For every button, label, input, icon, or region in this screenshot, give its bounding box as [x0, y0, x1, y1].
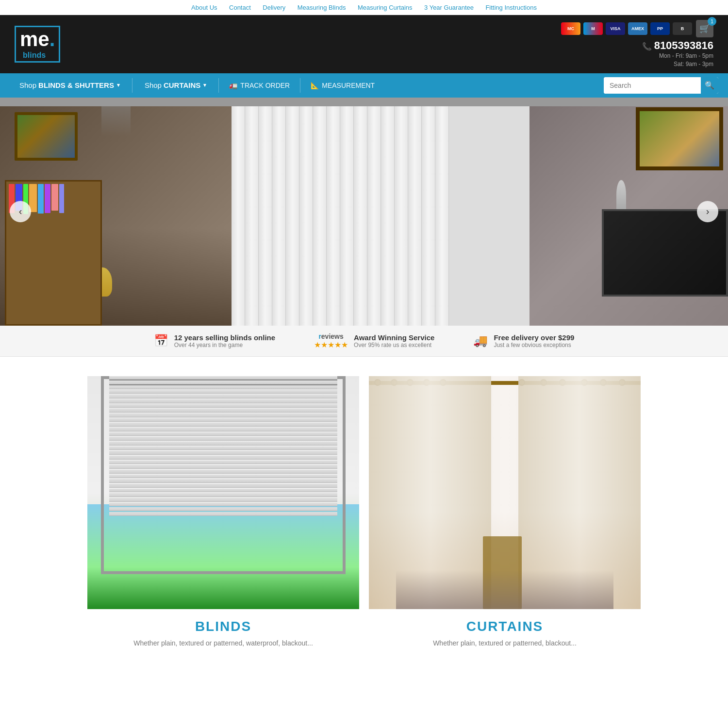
nav-curtains[interactable]: Shop CURTAINS ▾ — [135, 73, 216, 98]
truck-icon: 🚛 — [229, 82, 237, 89]
hero-slider: ‹ › — [0, 98, 728, 326]
shop-prefix-blinds: Shop — [19, 81, 36, 89]
trust-delivery-main: Free delivery over $299 — [494, 333, 574, 342]
maestro-icon: M — [583, 22, 603, 35]
reviews-badge: reviews ★★★★★ — [314, 332, 348, 349]
calendar-icon: 📅 — [154, 334, 168, 347]
curtains-image — [369, 376, 641, 609]
top-bar: About Us Contact Delivery Measuring Blin… — [0, 0, 728, 15]
nav-divider-3 — [300, 78, 300, 93]
hero-blinds — [232, 98, 529, 326]
curtains-card[interactable]: CURTAINS Whether plain, textured or patt… — [369, 376, 641, 648]
phone-area: 8105393816 Mon - Fri: 9am - 5pm Sat: 9am… — [642, 39, 713, 68]
measurement-label: MEASUREMENT — [322, 82, 375, 89]
trust-reviews-main: Award Winning Service — [354, 333, 434, 342]
slider-prev-button[interactable]: ‹ — [10, 201, 31, 222]
trust-years-sub: Over 44 years in the game — [174, 342, 275, 348]
blind-slats-container — [232, 98, 529, 326]
header: me. blinds MC M VISA AMEX PP B 🛒 1 81053… — [0, 15, 728, 73]
trust-item-reviews: reviews ★★★★★ Award Winning Service Over… — [314, 332, 434, 349]
topbar-link-measuring-curtains[interactable]: Measuring Curtains — [358, 4, 413, 11]
blinds-card[interactable]: BLINDS Whether plain, textured or patter… — [87, 376, 359, 648]
blinds-desc: Whether plain, textured or patterned, wa… — [87, 638, 359, 648]
blinds-title: BLINDS — [87, 619, 359, 634]
navigation: Shop BLINDS & SHUTTERS ▾ Shop CURTAINS ▾… — [0, 73, 728, 98]
chevron-down-icon: ▾ — [117, 82, 120, 88]
trust-item-years: 📅 12 years selling blinds online Over 44… — [154, 333, 275, 348]
curtains-label: CURTAINS — [164, 81, 200, 89]
nav-divider-2 — [218, 78, 219, 93]
section-gap — [0, 357, 728, 376]
trust-delivery-text: Free delivery over $299 Just a few obvio… — [494, 333, 574, 348]
blind-track — [0, 98, 728, 106]
search-button[interactable]: 🔍 — [701, 77, 718, 94]
search-input[interactable] — [604, 77, 701, 94]
trust-delivery-sub: Just a few obvious exceptions — [494, 342, 574, 348]
measurement-button[interactable]: 📐 MEASUREMENT — [303, 82, 382, 89]
topbar-link-contact[interactable]: Contact — [229, 4, 251, 11]
curtains-title: CURTAINS — [369, 619, 641, 634]
right-painting — [636, 107, 723, 170]
reviews-logo: reviews — [318, 332, 343, 340]
hours-weekday: Mon - Fri: 9am - 5pm — [642, 52, 713, 60]
ruler-icon: 📐 — [311, 82, 319, 89]
blind-slats-visual — [109, 376, 337, 516]
nav-blinds-shutters[interactable]: Shop BLINDS & SHUTTERS ▾ — [10, 73, 130, 98]
blinds-image — [87, 376, 359, 609]
topbar-link-delivery[interactable]: Delivery — [263, 4, 285, 11]
topbar-link-about[interactable]: About Us — [191, 4, 217, 11]
header-right: MC M VISA AMEX PP B 🛒 1 8105393816 Mon -… — [561, 20, 713, 68]
trust-years-text: 12 years selling blinds online Over 44 y… — [174, 333, 275, 348]
mastercard-icon: MC — [561, 22, 580, 35]
trust-reviews-text: Award Winning Service Over 95% rate us a… — [354, 333, 434, 348]
search-box: 🔍 — [604, 77, 718, 94]
curtains-desc: Whether plain, textured or patterned, bl… — [369, 638, 641, 648]
trust-item-delivery: 🚚 Free delivery over $299 Just a few obv… — [473, 333, 574, 348]
logo-sub: blinds — [23, 51, 55, 59]
hero-image — [0, 98, 728, 326]
rug-hint — [396, 570, 613, 609]
logo-box: me. blinds — [15, 26, 60, 63]
payment-icons: MC M VISA AMEX PP B — [561, 22, 692, 35]
paypal-icon: PP — [650, 22, 670, 35]
blinds-label: BLINDS & SHUTTERS — [38, 81, 114, 89]
visa-icon: VISA — [606, 22, 625, 35]
logo-me: me — [20, 28, 50, 50]
tv — [602, 209, 728, 297]
slider-next-button[interactable]: › — [697, 201, 718, 222]
trust-years-main: 12 years selling blinds online — [174, 333, 275, 342]
hours-sat: Sat: 9am - 3pm — [642, 60, 713, 68]
chevron-down-icon-2: ▾ — [203, 82, 206, 88]
track-order-button[interactable]: 🚛 TRACK ORDER — [221, 82, 298, 89]
topbar-link-fitting[interactable]: Fitting Instructions — [485, 4, 537, 11]
bitcoin-icon: B — [673, 22, 692, 35]
phone-number[interactable]: 8105393816 — [642, 39, 713, 52]
logo[interactable]: me. blinds — [15, 26, 60, 63]
painting-decoration — [15, 112, 78, 161]
figurine — [616, 180, 626, 209]
truck-delivery-icon: 🚚 — [473, 334, 488, 347]
trust-bar: 📅 12 years selling blinds online Over 44… — [0, 326, 728, 357]
amex-icon: AMEX — [628, 22, 647, 35]
shop-prefix-curtains: Shop — [145, 81, 162, 89]
cart-badge: 1 — [708, 17, 716, 26]
trust-reviews-sub: Over 95% rate us as excellent — [354, 342, 434, 348]
star-rating: ★★★★★ — [314, 340, 348, 349]
nav-divider-1 — [132, 78, 132, 93]
topbar-link-measuring-blinds[interactable]: Measuring Blinds — [298, 4, 346, 11]
products-section: BLINDS Whether plain, textured or patter… — [0, 376, 728, 668]
topbar-link-guarantee[interactable]: 3 Year Guarantee — [424, 4, 474, 11]
cart-button[interactable]: 🛒 1 — [696, 20, 713, 37]
track-order-label: TRACK ORDER — [240, 82, 290, 89]
